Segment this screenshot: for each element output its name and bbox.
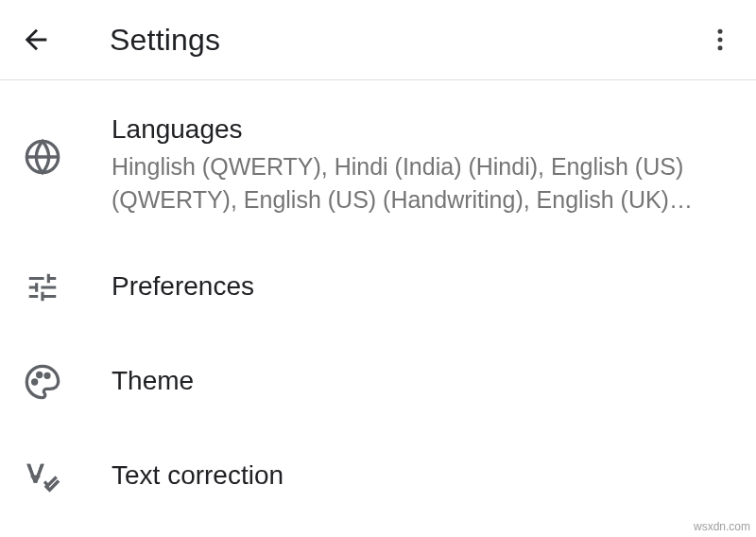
overflow-menu-button[interactable] — [701, 21, 739, 59]
row-subtitle: Hinglish (QWERTY), Hindi (India) (Hindi)… — [112, 150, 737, 217]
row-theme[interactable]: Theme — [0, 334, 756, 428]
row-title: Preferences — [112, 269, 737, 303]
svg-point-6 — [38, 373, 42, 377]
row-text: Theme — [112, 364, 737, 398]
more-vert-icon — [706, 26, 734, 54]
tune-icon — [19, 264, 66, 311]
svg-point-7 — [45, 374, 49, 378]
settings-list: Languages Hinglish (QWERTY), Hindi (Indi… — [0, 80, 756, 523]
palette-icon — [19, 358, 66, 406]
back-button[interactable] — [17, 21, 55, 59]
row-text-correction[interactable]: Text correction — [0, 428, 756, 523]
watermark: wsxdn.com — [694, 520, 750, 533]
row-text: Languages Hinglish (QWERTY), Hindi (Indi… — [112, 113, 737, 217]
arrow-back-icon — [20, 24, 52, 56]
svg-point-0 — [718, 29, 723, 34]
row-text: Text correction — [112, 459, 737, 493]
row-title: Text correction — [112, 459, 737, 493]
globe-icon — [19, 133, 66, 181]
row-title: Languages — [112, 113, 737, 147]
svg-point-1 — [718, 38, 723, 43]
row-title: Theme — [112, 364, 737, 398]
row-preferences[interactable]: Preferences — [0, 239, 756, 334]
row-text: Preferences — [112, 269, 737, 303]
page-title: Settings — [110, 23, 220, 58]
row-languages[interactable]: Languages Hinglish (QWERTY), Hindi (Indi… — [0, 90, 756, 239]
app-bar: Settings — [0, 0, 756, 80]
svg-point-2 — [718, 45, 723, 50]
svg-point-5 — [33, 380, 37, 384]
spellcheck-icon — [19, 453, 66, 500]
